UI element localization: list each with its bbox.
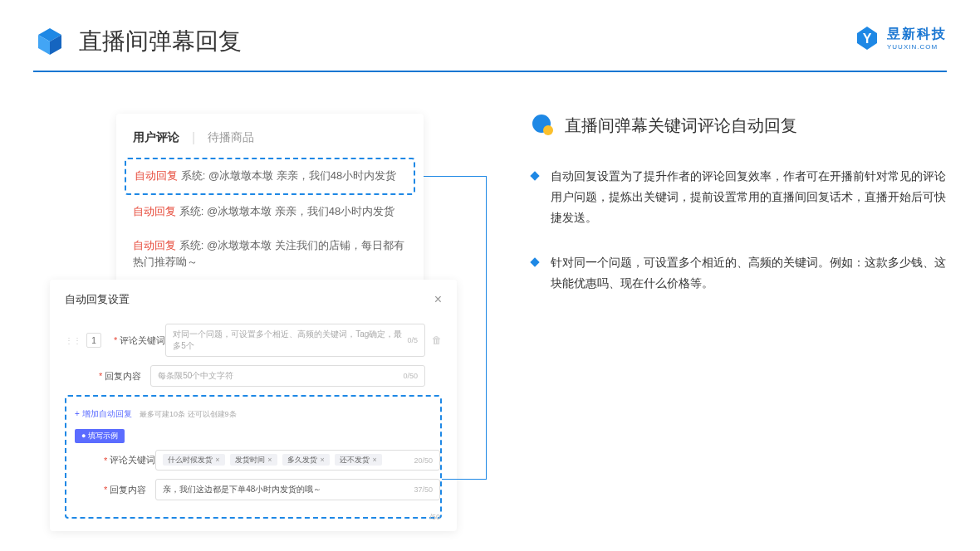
ex-content-count: 37/50 xyxy=(414,485,433,494)
auto-reply-tag: 自动回复 xyxy=(133,239,176,251)
required-star: * xyxy=(114,335,117,345)
example-badge: ● 填写示例 xyxy=(75,429,125,443)
form-row-keyword: ⋮⋮ 1 * 评论关键词 对同一个问题，可设置多个相近、高频的关键词，Tag确定… xyxy=(65,324,442,357)
ex-content-input[interactable]: 亲，我们这边都是下单48小时内发货的哦～ 37/50 xyxy=(155,479,440,500)
keyword-input[interactable]: 对同一个问题，可设置多个相近、高频的关键词，Tag确定，最多5个 0/5 xyxy=(165,324,425,357)
brand-logo: Y 昱新科技 YUUXIN.COM xyxy=(854,25,947,51)
keyword-label: 评论关键词 xyxy=(120,334,165,347)
ex-keyword-label: 评论关键词 xyxy=(110,454,155,466)
close-icon[interactable]: × xyxy=(434,292,442,307)
comments-panel: 用户评论 | 待播商品 自动回复 系统: @冰墩墩本墩 亲亲，我们48小时内发货… xyxy=(116,114,424,305)
drag-handle-icon[interactable]: ⋮⋮ xyxy=(65,336,81,345)
tabs: 用户评论 | 待播商品 xyxy=(116,130,424,158)
bullet-text: 自动回复设置为了提升作者的评论回复效率，作者可在开播前针对常见的评论用户问题，提… xyxy=(551,166,947,229)
screenshot-column: 用户评论 | 待播商品 自动回复 系统: @冰墩墩本墩 亲亲，我们48小时内发货… xyxy=(50,114,482,531)
diamond-icon xyxy=(530,257,539,266)
example-box: + 增加自动回复 最多可建10条 还可以创建9条 ● 填写示例 * 评论关键词 … xyxy=(65,395,442,519)
tab-divider: | xyxy=(192,130,195,145)
add-hint: 最多可建10条 还可以创建9条 xyxy=(140,410,237,418)
logo-subtitle: YUUXIN.COM xyxy=(887,43,947,51)
logo-icon: Y xyxy=(854,25,880,51)
auto-reply-settings-panel: 自动回复设置 × ⋮⋮ 1 * 评论关键词 对同一个问题，可设置多个相近、高频的… xyxy=(50,280,457,531)
tag-chip[interactable]: 多久发货× xyxy=(282,454,329,466)
description-column: 直播间弹幕关键词评论自动回复 自动回复设置为了提升作者的评论回复效率，作者可在开… xyxy=(482,114,947,531)
extra-count: /50 xyxy=(429,513,440,521)
required-star: * xyxy=(99,371,102,381)
tag-chip[interactable]: 发货时间× xyxy=(230,454,277,466)
page-title: 直播间弹幕回复 xyxy=(79,26,242,57)
slide-header: 直播间弹幕回复 Y 昱新科技 YUUXIN.COM xyxy=(0,0,980,71)
keyword-count: 0/5 xyxy=(407,336,418,344)
ex-keyword-input[interactable]: 什么时候发货× 发货时间× 多久发货× 还不发货× 20/50 xyxy=(155,450,440,471)
example-keyword-row: * 评论关键词 什么时候发货× 发货时间× 多久发货× 还不发货× 20/50 xyxy=(66,450,440,471)
svg-text:Y: Y xyxy=(863,32,872,46)
diamond-icon xyxy=(530,171,539,180)
comment-item: 自动回复 系统: @冰墩墩本墩 亲亲，我们48小时内发货 xyxy=(116,195,424,229)
add-auto-reply-link[interactable]: + 增加自动回复 xyxy=(75,408,132,420)
comment-item: 自动回复 系统: @冰墩墩本墩 关注我们的店铺，每日都有热门推荐呦～ xyxy=(116,229,424,280)
bullet-item: 自动回复设置为了提升作者的评论回复效率，作者可在开播前针对常见的评论用户问题，提… xyxy=(532,166,947,229)
chat-bubble-icon xyxy=(532,114,555,137)
cube-icon xyxy=(33,25,66,58)
tab-user-comments[interactable]: 用户评论 xyxy=(133,130,179,145)
tag-chip[interactable]: 什么时候发货× xyxy=(163,454,224,466)
connector-line-v xyxy=(486,176,487,479)
example-content-row: * 回复内容 亲，我们这边都是下单48小时内发货的哦～ 37/50 xyxy=(66,479,440,500)
svg-point-2 xyxy=(543,125,553,135)
connector-line-h2 xyxy=(442,479,487,480)
comment-item-highlighted: 自动回复 系统: @冰墩墩本墩 亲亲，我们48小时内发货 xyxy=(125,158,415,195)
content-label: 回复内容 xyxy=(105,370,150,383)
settings-title: 自动回复设置 xyxy=(65,292,130,307)
content-input[interactable]: 每条限50个中文字符 0/50 xyxy=(150,365,425,387)
content-count: 0/50 xyxy=(403,372,418,380)
ex-content-label: 回复内容 xyxy=(110,484,155,496)
delete-icon[interactable]: 🗑 xyxy=(432,334,442,346)
connector-line xyxy=(424,176,486,177)
auto-reply-tag: 自动回复 xyxy=(133,205,176,217)
section-title: 直播间弹幕关键词评论自动回复 xyxy=(565,115,797,137)
logo-name: 昱新科技 xyxy=(887,26,947,43)
tab-pending-products[interactable]: 待播商品 xyxy=(208,130,254,145)
bullet-item: 针对同一个问题，可设置多个相近的、高频的关键词。例如：这款多少钱、这块能优惠吗、… xyxy=(532,252,947,294)
auto-reply-tag: 自动回复 xyxy=(135,169,178,182)
form-row-content: * 回复内容 每条限50个中文字符 0/50 🗑 xyxy=(65,365,442,387)
bullet-text: 针对同一个问题，可设置多个相近的、高频的关键词。例如：这款多少钱、这块能优惠吗、… xyxy=(551,252,947,294)
row-number: 1 xyxy=(86,333,101,348)
section-heading: 直播间弹幕关键词评论自动回复 xyxy=(532,114,947,137)
ex-keyword-count: 20/50 xyxy=(414,456,433,465)
tag-chip[interactable]: 还不发货× xyxy=(335,454,381,466)
